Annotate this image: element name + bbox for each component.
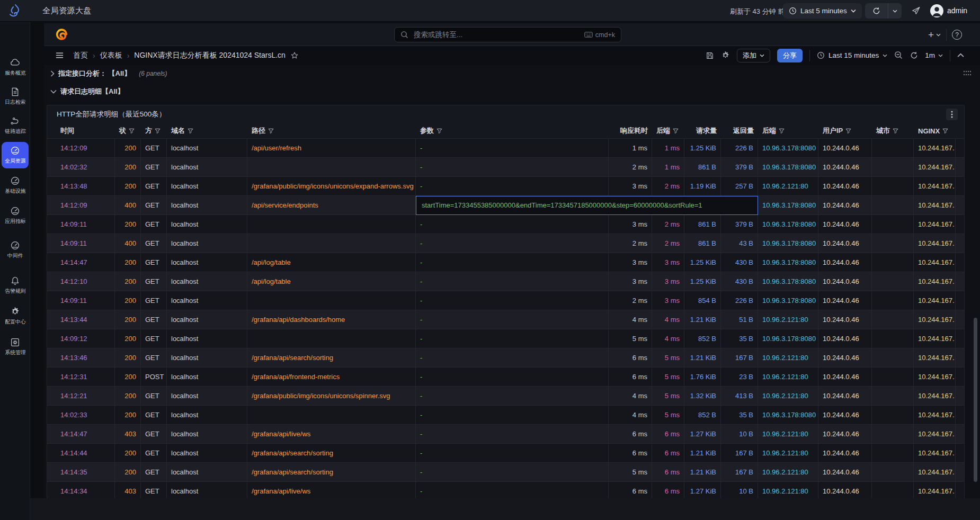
refresh-dashboard-icon[interactable] (910, 51, 918, 59)
new-button[interactable] (928, 30, 941, 40)
table-row[interactable]: 14:14:47403GETlocalhost/grafana/api/live… (47, 425, 964, 444)
cell-req: 1.25 KiB (684, 272, 721, 291)
column-header-backend_ms[interactable]: 后端 (652, 123, 684, 138)
table-row[interactable]: 14:12:10200GETlocalhost/api/log/table-3 … (47, 272, 964, 291)
table-row[interactable]: 14:12:09400GETlocalhost/api/service/endp… (47, 196, 964, 215)
row-drag-handle-icon[interactable] (963, 70, 972, 76)
refresh-interval-picker[interactable]: 1m (925, 51, 943, 59)
filter-icon[interactable] (779, 128, 785, 134)
sidebar-item-5[interactable]: 基础设施 (2, 172, 29, 199)
filter-icon[interactable] (129, 128, 135, 134)
dashboard-scrollbar[interactable] (974, 318, 977, 482)
column-header-status[interactable]: 状 (115, 123, 141, 138)
table-row[interactable]: 14:09:12200GETlocalhost-5 ms4 ms852 B35 … (47, 329, 964, 348)
sidebar-item-3[interactable]: 链路追踪 (2, 112, 29, 139)
column-header-ret[interactable]: 返回量 (721, 123, 758, 138)
star-icon[interactable] (290, 51, 299, 60)
table-row[interactable]: 14:02:33200GETlocalhost-4 ms5 ms852 B35 … (47, 406, 964, 425)
cell-time: 14:14:44 (47, 444, 115, 462)
sidebar-item-6[interactable]: 应用指标 (2, 202, 29, 229)
cell-path: /api/log/table (247, 253, 416, 272)
app-sidebar: 服务概览日志检索链路追踪全局资源基础设施应用指标中间件告警规则配置中心系统管理 (0, 22, 30, 520)
column-header-path[interactable]: 路径 (247, 123, 416, 138)
filter-icon[interactable] (845, 128, 851, 134)
expanded-param-cell[interactable]: startTime=1733455385000000&endTime=17334… (416, 196, 758, 215)
column-header-city[interactable]: 城市 (872, 123, 914, 138)
table-row[interactable]: 14:09:11200GETlocalhost-2 ms3 ms854 B226… (47, 291, 964, 310)
filter-icon[interactable] (673, 128, 679, 134)
share-send-icon[interactable] (911, 6, 921, 15)
row-group-request-log[interactable]: 请求日志明细【All】 (50, 87, 124, 96)
sidebar-item-1[interactable]: 服务概览 (2, 54, 29, 80)
table-row[interactable]: 14:12:21200GETlocalhost/grafana/public/i… (47, 387, 964, 406)
table-row[interactable]: 14:14:34403GETlocalhost/grafana/api/live… (47, 482, 964, 498)
table-row[interactable]: 14:02:32200GETlocalhost-2 ms1 ms861 B379… (47, 158, 964, 177)
refresh-icon[interactable] (865, 3, 888, 19)
help-icon[interactable] (952, 30, 962, 40)
cell-city (872, 158, 914, 176)
cell-nginx: 10.244.167. (914, 310, 956, 329)
grafana-logo-icon[interactable] (55, 28, 68, 41)
cell-backend_addr: 10.96.2.121:80 (758, 463, 818, 481)
cell-ret: 430 B (721, 253, 758, 272)
panel-title: HTTP全部请求明细（最近500条） (47, 110, 166, 119)
table-row[interactable]: 14:12:31200POSTlocalhost/grafana/api/fro… (47, 367, 964, 387)
sidebar-item-9[interactable]: 配置中心 (2, 303, 29, 329)
collapse-toolbar-icon[interactable] (957, 53, 964, 58)
column-header-nginx[interactable]: NGINX (914, 123, 956, 138)
sidebar-item-8[interactable]: 告警规则 (2, 272, 29, 299)
cell-nginx: 10.244.167. (914, 291, 956, 310)
column-header-domain[interactable]: 域名 (167, 123, 247, 138)
column-header-req[interactable]: 请求量 (684, 123, 721, 138)
time-range-picker[interactable]: Last 15 minutes (817, 51, 887, 59)
sidebar-item-10[interactable]: 系统管理 (2, 334, 29, 360)
table-row[interactable]: 14:13:44200GETlocalhost/grafana/api/dash… (47, 310, 964, 329)
cell-domain: localhost (167, 463, 247, 481)
panel-menu-icon[interactable] (946, 109, 958, 120)
save-dashboard-icon[interactable] (706, 51, 714, 60)
filter-icon[interactable] (436, 128, 442, 134)
table-row[interactable]: 14:13:46200GETlocalhost/grafana/api/sear… (47, 348, 964, 367)
table-row[interactable]: 14:14:47200GETlocalhost/api/log/table-3 … (47, 253, 964, 272)
sidebar-item-2[interactable]: 日志检索 (2, 83, 29, 110)
column-header-resp[interactable]: 响应耗时 (609, 123, 652, 138)
cell-backend_ms: 1 ms (652, 139, 684, 157)
filter-icon[interactable] (188, 128, 193, 134)
table-row[interactable]: 14:13:48200GETlocalhost/grafana/public/i… (47, 177, 964, 196)
table-row[interactable]: 14:09:11200GETlocalhost-3 ms2 ms861 B379… (47, 215, 964, 234)
table-row[interactable]: 14:09:11400GETlocalhost-2 ms2 ms861 B43 … (47, 234, 964, 253)
table-row[interactable]: 14:14:35200GETlocalhost/grafana/api/sear… (47, 463, 964, 482)
column-header-method[interactable]: 方 (141, 123, 167, 138)
search-input-box[interactable]: cmd+k (394, 27, 621, 42)
avatar[interactable] (930, 4, 944, 18)
menu-toggle-icon[interactable] (55, 51, 64, 60)
add-button[interactable]: 添加 (737, 49, 770, 62)
cell-req: 854 B (684, 291, 721, 310)
column-header-time[interactable]: 时间 (47, 123, 115, 138)
filter-icon[interactable] (893, 128, 898, 134)
table-row[interactable]: 14:12:09200GETlocalhost/api/user/refresh… (47, 139, 964, 158)
row-group-interface-analysis[interactable]: 指定接口分析： 【All】 (6 panels) (50, 69, 167, 78)
sidebar-item-7[interactable]: 中间件 (2, 237, 29, 263)
filter-icon[interactable] (155, 128, 161, 134)
breadcrumb-home[interactable]: 首页 (73, 51, 88, 60)
column-header-params[interactable]: 参数 (416, 123, 609, 138)
chevron-down-icon (938, 54, 943, 57)
app-time-range-picker[interactable]: Last 5 minutes (783, 3, 862, 19)
column-header-backend_addr[interactable]: 后端 (758, 123, 818, 138)
breadcrumb-dashboard-title[interactable]: NGINX请求日志分析看板 20241024 StarsL.cn (134, 51, 286, 60)
cell-city (872, 215, 914, 234)
filter-icon[interactable] (268, 128, 274, 134)
share-button[interactable]: 分享 (777, 49, 803, 62)
dashboard-settings-icon[interactable] (721, 51, 730, 60)
cell-domain: localhost (167, 482, 247, 498)
table-row[interactable]: 14:14:44200GETlocalhost/grafana/api/sear… (47, 444, 964, 463)
filter-icon[interactable] (942, 128, 948, 134)
sidebar-item-4[interactable]: 全局资源 (2, 142, 29, 168)
zoom-out-time-icon[interactable] (894, 51, 903, 60)
search-input[interactable] (413, 30, 580, 39)
column-header-user_ip[interactable]: 用户IP (818, 123, 872, 138)
breadcrumb-dashboards[interactable]: 仪表板 (100, 51, 122, 60)
app-refresh-button[interactable] (865, 3, 902, 19)
refresh-dropdown-caret[interactable] (888, 3, 902, 19)
